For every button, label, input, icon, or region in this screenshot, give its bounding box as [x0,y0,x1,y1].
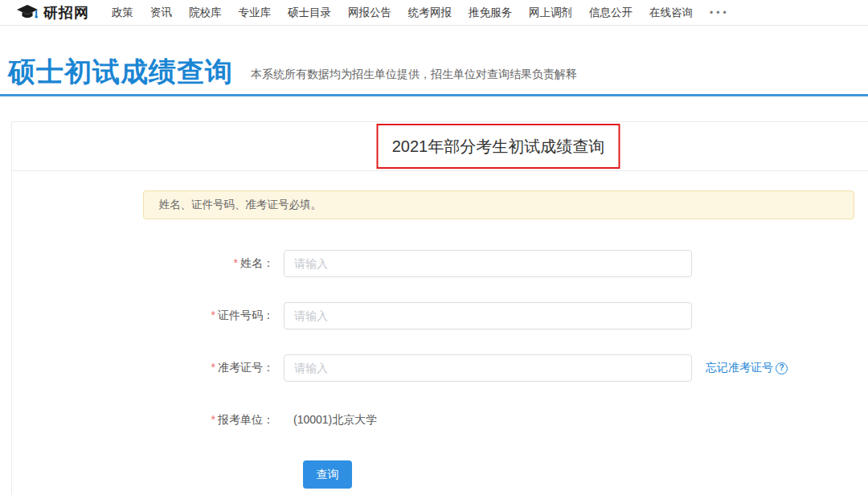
nav-item-online-consult[interactable]: 在线咨询 [649,6,693,20]
required-fields-alert: 姓名、证件号码、准考证号必填。 [143,190,854,219]
nav-item-online-report-notice[interactable]: 网报公告 [348,6,391,20]
forgot-ticket-link[interactable]: 忘记准考证号 ? [706,361,788,375]
query-form: *姓名： *证件号码： *准考证号： 忘记准考证号 ? *报考单位： (1000… [12,250,868,489]
nav-item-exempt-service[interactable]: 推免服务 [469,6,512,20]
question-circle-icon[interactable]: ? [776,362,788,374]
form-row-id-number: *证件号码： [12,302,868,329]
nav-item-master-catalog[interactable]: 硕士目录 [288,6,331,20]
form-row-target-institution: *报考单位： (10001)北京大学 [12,407,868,434]
name-label: *姓名： [12,256,274,271]
form-row-name: *姓名： [12,250,868,277]
name-input[interactable] [284,250,692,277]
nav-item-info-disclosure[interactable]: 信息公开 [589,6,633,20]
admission-ticket-input[interactable] [284,354,692,382]
nav-item-major-library[interactable]: 专业库 [239,6,272,20]
site-logo[interactable]: 研招网 [16,3,89,22]
nav-item-unified-exam-report[interactable]: 统考网报 [408,6,452,20]
required-asterisk: * [234,256,238,269]
page-header: 硕士初试成绩查询 本系统所有数据均为招生单位提供，招生单位对查询结果负责解释 [0,26,868,94]
form-row-admission-ticket: *准考证号： 忘记准考证号 ? [12,354,868,382]
target-institution-label: *报考单位： [12,413,274,428]
id-number-input[interactable] [284,302,692,329]
required-asterisk: * [211,361,215,374]
nav-item-news[interactable]: 资讯 [150,6,172,20]
nav-item-online-adjustment[interactable]: 网上调剂 [529,6,572,20]
nav-item-college-library[interactable]: 院校库 [189,6,222,20]
target-institution-value: (10001)北京大学 [293,413,377,428]
graduation-cap-icon [16,5,39,21]
top-navbar: 研招网 政策 资讯 院校库 专业库 硕士目录 网报公告 统考网报 推免服务 网上… [0,0,868,26]
site-logo-text: 研招网 [43,3,89,22]
nav-more-ellipsis-icon[interactable]: ••• [710,7,730,18]
required-asterisk: * [211,413,215,426]
required-asterisk: * [211,309,215,321]
card-title: 2021年部分考生初试成绩查询 [392,136,605,158]
query-button[interactable]: 查询 [303,460,352,489]
page-subtitle: 本系统所有数据均为招生单位提供，招生单位对查询结果负责解释 [251,68,577,94]
header-divider [0,94,868,96]
id-number-label: *证件号码： [12,309,274,323]
query-card: 2021年部分考生初试成绩查询 姓名、证件号码、准考证号必填。 *姓名： *证件… [11,121,868,495]
card-header: 2021年部分考生初试成绩查询 [12,122,868,171]
admission-ticket-label: *准考证号： [12,361,274,375]
forgot-ticket-link-text: 忘记准考证号 [706,361,773,375]
nav-item-policy[interactable]: 政策 [112,6,133,20]
page-title: 硕士初试成绩查询 [8,56,233,94]
